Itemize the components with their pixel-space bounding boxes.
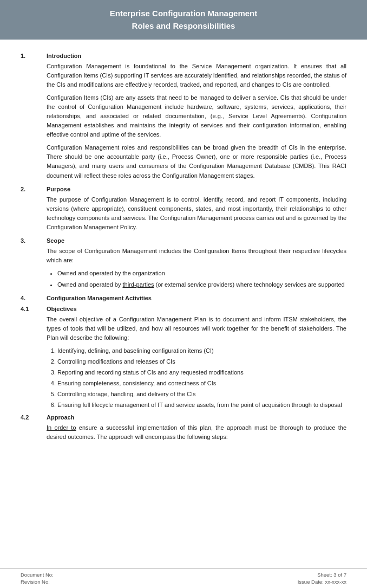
header-title: Enterprise Configuration Management Role… <box>11 8 356 32</box>
section-42-heading: 4.2 Approach <box>21 414 346 421</box>
section-41-list: Identifying, defining, and baselining co… <box>57 346 346 410</box>
section-4-title: Configuration Management Activities <box>47 295 152 301</box>
section-1-para-3: Configuration Management roles and respo… <box>47 143 346 180</box>
issue-date-label: Issue Date: xx-xxx-xx <box>298 579 346 585</box>
section-3-num: 3. <box>21 237 47 244</box>
header-line2: Roles and Responsibilities <box>132 21 235 30</box>
list-item-3: Reporting and recording status of CIs an… <box>57 368 346 377</box>
third-parties-underline: third-parties <box>122 281 154 288</box>
section-3-bullets: Owned and operated by the organization O… <box>57 269 346 289</box>
section-1-num: 1. <box>21 53 47 59</box>
content: 1. Introduction Configuration Management… <box>0 45 367 568</box>
section-2-heading: 2. Purpose <box>21 186 346 192</box>
section-41-intro: The overall objective of a Configuration… <box>47 315 346 343</box>
section-3-heading: 3. Scope <box>21 237 346 244</box>
footer: Document No: Revision No: Sheet: 3 of 7 … <box>0 568 367 588</box>
section-41-num: 4.1 <box>21 306 47 312</box>
section-2-num: 2. <box>21 186 47 192</box>
section-41-title: Objectives <box>47 306 77 312</box>
section-1-heading: 1. Introduction <box>21 53 346 59</box>
sheet-label: Sheet: 3 of 7 <box>298 572 346 578</box>
section-2-title: Purpose <box>47 186 70 192</box>
section-41-heading: 4.1 Objectives <box>21 306 346 312</box>
footer-right: Sheet: 3 of 7 Issue Date: xx-xxx-xx <box>298 572 346 585</box>
section-1-title: Introduction <box>47 53 81 59</box>
section-3-intro: The scope of Configuration Management in… <box>47 247 346 265</box>
header: Enterprise Configuration Management Role… <box>0 0 367 40</box>
bullet-1: Owned and operated by the organization <box>57 269 346 278</box>
page: Enterprise Configuration Management Role… <box>0 0 367 588</box>
section-4-heading: 4. Configuration Management Activities <box>21 295 346 301</box>
footer-left: Document No: Revision No: <box>21 572 54 585</box>
rev-no-label: Revision No: <box>21 579 54 585</box>
section-4-num: 4. <box>21 295 47 301</box>
list-item-5: Controlling storage, handling, and deliv… <box>57 390 346 399</box>
section-1-para-2: Configuration Items (CIs) are any assets… <box>47 93 346 139</box>
section-3-title: Scope <box>47 237 64 244</box>
list-item-1: Identifying, defining, and baselining co… <box>57 346 346 356</box>
section-42-title: Approach <box>47 414 74 421</box>
list-item-6: Ensuring full lifecycle management of IT… <box>57 400 346 410</box>
header-line1: Enterprise Configuration Management <box>110 9 258 18</box>
list-item-4: Ensuring completeness, consistency, and … <box>57 379 346 388</box>
bullet-2: Owned and operated by third-parties (or … <box>57 280 346 289</box>
in-order-to-underline: In order to <box>47 424 76 431</box>
list-item-2: Controlling modifications and releases o… <box>57 357 346 366</box>
section-42-intro: In order to ensure a successful implemen… <box>47 423 346 442</box>
section-1-para-1: Configuration Management is foundational… <box>47 62 346 89</box>
doc-no-label: Document No: <box>21 572 54 578</box>
section-42-num: 4.2 <box>21 414 47 421</box>
section-2-para-1: The purpose of Configuration Management … <box>47 195 346 232</box>
